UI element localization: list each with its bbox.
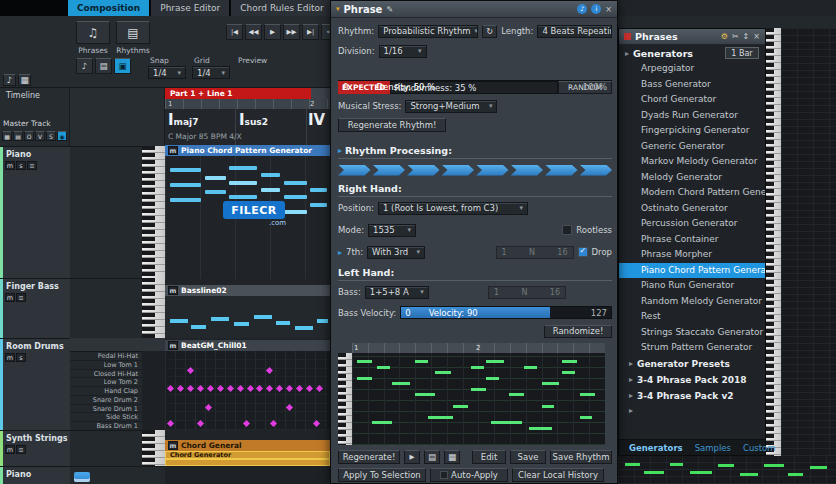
options-button[interactable]: ≡ [16,445,26,454]
close-icon[interactable]: × [605,5,612,14]
generator-item[interactable]: Chord Generator [619,92,765,108]
rhythm-processing-header[interactable]: Rhythm Processing: [338,145,612,159]
grid-select[interactable]: 1/4 [192,66,230,79]
collapsed-section[interactable] [619,404,765,418]
track-header-synth-strings[interactable]: Synth Strings m ≡ [0,430,70,466]
expand-triangle-icon[interactable] [338,248,342,257]
rootless-checkbox[interactable] [562,225,572,235]
mode-select[interactable]: 1535 [368,224,416,237]
clip-synth-chords[interactable]: m Chord General Chord Generator [165,440,330,466]
piano-keyboard-strip[interactable] [142,146,165,278]
panel-bottom-tab[interactable]: Generators [629,443,683,453]
position-select[interactable]: 1 (Root Is Lowest, from C3) [378,202,528,215]
finger-bass-keyboard-strip[interactable] [142,278,165,338]
play-phrase-button[interactable]: ▶ [404,450,420,464]
solo-button[interactable]: s [16,353,26,362]
generators-header-row[interactable]: Generators 1 Bar [619,45,765,61]
master-track-button[interactable]: ◉ [57,131,67,141]
editor-bottom-grid[interactable] [618,456,836,484]
generator-item[interactable]: Generic Generator [619,139,765,155]
track-header-room-drums[interactable]: Room Drums m s [0,338,70,430]
generator-item[interactable]: Modern Chord Pattern Generator [619,185,765,201]
clear-local-history-button[interactable]: Clear Local History [512,468,604,482]
master-track-button[interactable]: ▦ [2,131,12,141]
drum-lane-label[interactable]: Pedal Hi-Hat [70,352,142,361]
save-rhythm-button[interactable]: Save Rhythm [550,450,612,464]
drop-checkbox[interactable] [578,247,588,257]
clip-bassline[interactable]: m Bassline02 [165,285,330,338]
save-button[interactable]: Save [510,450,546,464]
mute-button[interactable]: m [5,445,15,454]
musical-stress-select[interactable]: Strong+Medium [405,100,497,113]
chord-symbol[interactable]: Imaj7 [168,111,198,129]
master-track-button[interactable]: ▤ [13,131,23,141]
master-track-button[interactable]: S [46,131,56,141]
division-select[interactable]: 1/16 [379,45,427,58]
mute-button[interactable]: m [5,293,15,302]
track-header-finger-bass[interactable]: Finger Bass m ≡ [0,278,70,338]
transport-button[interactable]: ▶ [264,24,281,40]
scissors-icon[interactable]: ✂ [732,32,739,41]
generator-item[interactable]: Phrase Container [619,232,765,248]
drum-lane-label[interactable]: Snare Drum 1 [70,405,142,414]
preset-section[interactable]: Generator Presets [619,356,765,372]
timeline-ruler[interactable]: 12 [165,99,330,109]
phrases-panel-titlebar[interactable]: Phrases ⚙ ✂ ↕ × [619,29,765,45]
drum-lane-label[interactable]: Low Tom 1 [70,361,142,370]
drum-lane-label[interactable]: Side Stick [70,413,142,422]
drum-lane-label[interactable]: Closed Hi-Hat [70,370,142,379]
preset-section[interactable]: 3-4 Phrase Pack 2018 [619,372,765,388]
pencil-icon[interactable]: ✎ [386,5,393,14]
regenerate-button[interactable]: Regenerate! [338,450,400,464]
phrases-view-button[interactable]: ♫ [76,21,110,44]
bass-velocity-slider[interactable]: 0 Velocity: 90 127 [400,306,612,319]
close-icon[interactable]: × [753,32,760,41]
generator-item[interactable]: Piano Chord Pattern Generator [619,263,765,279]
generator-item[interactable]: Random Melody Generator [619,294,765,310]
part-bar[interactable]: Part 1 + Line 1 [165,88,311,99]
clip-header[interactable]: m Bassline02 [165,285,330,296]
generator-item[interactable]: Arpeggiator [619,61,765,77]
preset-section[interactable]: 3-4 Phrase Pack v2 [619,388,765,404]
dialog-titlebar[interactable]: ▾ Phrase ✎ ♪ i × [331,1,617,18]
clip-mute-button[interactable]: m [168,441,178,450]
preview-ruler[interactable]: 12 [352,343,605,353]
drum-lane-label[interactable]: Snare Drum 2 [70,396,142,405]
clip-mute-button[interactable]: m [168,341,178,350]
auto-apply-checkbox[interactable] [440,471,448,479]
collapse-triangle-icon[interactable]: ▾ [336,5,340,13]
preview-piano-roll[interactable] [352,353,605,445]
randomize-button[interactable]: Randomize! [544,325,612,338]
clip-header[interactable]: m BeatGM_Chill01 [165,340,330,351]
transport-button[interactable]: |◀ [226,24,243,40]
app-tab[interactable]: Phrase Editor [151,0,229,16]
clip-mute-button[interactable]: m [168,286,178,295]
chord-generator-row[interactable]: Chord Generator [165,451,330,459]
clip-mute-button[interactable]: m [168,146,178,155]
length-select[interactable]: 4 Beats Repeating [537,25,612,38]
resize-icon[interactable]: ↕ [743,32,750,41]
note-icon[interactable]: ♪ [577,4,587,14]
chord-symbol[interactable]: Isus2 [239,111,268,129]
generator-item[interactable]: Markov Melody Generator [619,154,765,170]
clip-header[interactable]: m Chord General [165,440,330,451]
view-mode-button[interactable]: ▤ [95,58,112,74]
options-button[interactable]: ≡ [16,293,26,302]
seventh-select[interactable]: With 3rd [367,246,425,259]
app-tab[interactable]: Composition [68,0,149,16]
clip-drums[interactable]: m BeatGM_Chill01 [165,340,330,430]
generator-item[interactable]: Rest [619,309,765,325]
editor-keyboard-strip[interactable] [766,28,781,456]
rhythms-view-button[interactable]: ▤ [116,21,150,44]
track-header-piano[interactable]: Piano m s ≡ [0,146,70,278]
generator-item[interactable]: Strum Pattern Generator [619,340,765,356]
preview-keyboard[interactable] [338,353,352,445]
panel-bottom-tab[interactable]: Samples [695,443,731,453]
bass-select[interactable]: 1+5+8 A [365,286,429,299]
generator-item[interactable]: Strings Staccato Generator [619,325,765,341]
edit-button[interactable]: Edit [472,450,506,464]
regenerate-rhythm-button[interactable]: Regenerate Rhythm! [338,118,446,132]
generator-item[interactable]: Melody Generator [619,170,765,186]
mute-button[interactable]: m [5,161,15,170]
load-button[interactable]: ▤ [424,450,440,464]
